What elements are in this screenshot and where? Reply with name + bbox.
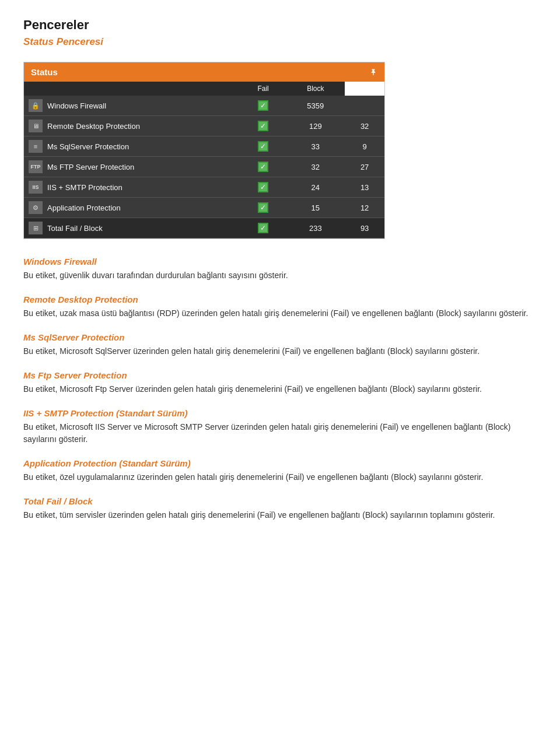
row-fail-cell: 33 [286, 136, 345, 157]
col-header-fail: Fail [240, 82, 286, 96]
section-title: Ms Ftp Server Protection [23, 370, 537, 380]
row-check-cell: ✓ [240, 198, 286, 218]
row-check-cell: ✓ [240, 218, 286, 239]
row-fail-cell: 5359 [286, 96, 345, 116]
section-2: Ms SqlServer ProtectionBu etiket, Micros… [23, 332, 537, 357]
table-row: ≡Ms SqlServer Protection✓339 [24, 136, 384, 157]
section-body: Bu etiket, Microsoft IIS Server ve Micro… [23, 421, 537, 446]
section-body: Bu etiket, Microsoft Ftp Server üzerinde… [23, 383, 537, 395]
section-6: Total Fail / BlockBu etiket, tüm servisl… [23, 496, 537, 521]
row-block-cell: 12 [345, 198, 384, 218]
row-label-cell: ⚙Application Protection [24, 198, 240, 218]
section-title: Windows Firewall [23, 257, 537, 266]
firewall-icon: 🔒 [29, 99, 43, 112]
row-name: Total Fail / Block [47, 224, 103, 233]
checkmark-icon: ✓ [258, 100, 268, 111]
section-title: Application Protection (Standart Sürüm) [23, 458, 537, 468]
checkmark-icon: ✓ [258, 223, 268, 233]
status-table: Fail Block 🔒Windows Firewall✓5359🖥Remote… [24, 82, 384, 239]
row-check-cell: ✓ [240, 116, 286, 136]
section-0: Windows FirewallBu etiket, güvenlik duva… [23, 257, 537, 282]
row-block-cell: 13 [345, 177, 384, 198]
row-name: Application Protection [47, 204, 121, 212]
row-fail-cell: 15 [286, 198, 345, 218]
row-name: IIS + SMTP Protection [47, 183, 123, 192]
row-fail-cell: 129 [286, 116, 345, 136]
sql-icon: ≡ [29, 140, 43, 153]
table-row: 🖥Remote Desktop Protection✓12932 [24, 116, 384, 136]
row-label-cell: ⊞Total Fail / Block [24, 218, 240, 239]
table-row: ⊞Total Fail / Block✓23393 [24, 218, 384, 239]
checkmark-icon: ✓ [258, 121, 268, 131]
row-block-cell: 27 [345, 157, 384, 177]
row-check-cell: ✓ [240, 96, 286, 116]
iis-icon: IIS [29, 181, 43, 194]
row-check-cell: ✓ [240, 177, 286, 198]
status-window: Status 🖈 Fail Block 🔒Windows Firewall✓53… [23, 62, 385, 239]
row-block-cell [345, 96, 384, 116]
section-1: Remote Desktop ProtectionBu etiket, uzak… [23, 294, 537, 320]
status-header-title: Status [31, 67, 58, 77]
section-body: Bu etiket, özel uygulamalarınız üzerinde… [23, 471, 537, 483]
row-label-cell: 🖥Remote Desktop Protection [24, 116, 240, 136]
section-3: Ms Ftp Server ProtectionBu etiket, Micro… [23, 370, 537, 395]
section-4: IIS + SMTP Protection (Standart Sürüm)Bu… [23, 408, 537, 446]
row-check-cell: ✓ [240, 136, 286, 157]
row-name: Windows Firewall [47, 101, 106, 110]
status-header: Status 🖈 [24, 62, 384, 82]
table-row: FTPMs FTP Server Protection✓3227 [24, 157, 384, 177]
section-body: Bu etiket, Microsoft SqlServer üzerinden… [23, 345, 537, 357]
table-row: IISIIS + SMTP Protection✓2413 [24, 177, 384, 198]
section-title: Remote Desktop Protection [23, 294, 537, 304]
page-subtitle: Status Penceresi [23, 36, 537, 48]
pin-icon: 🖈 [369, 68, 377, 77]
section-5: Application Protection (Standart Sürüm)B… [23, 458, 537, 483]
gear-icon: ⚙ [29, 201, 43, 214]
section-body: Bu etiket, güvenlik duvarı tarafından du… [23, 269, 537, 282]
section-body: Bu etiket, uzak masa üstü bağlantısı (RD… [23, 307, 537, 320]
table-header-row: Fail Block [24, 82, 384, 96]
row-fail-cell: 233 [286, 218, 345, 239]
ftp-icon: FTP [29, 160, 43, 173]
sections-container: Windows FirewallBu etiket, güvenlik duva… [23, 257, 537, 521]
row-name: Ms FTP Server Protection [47, 163, 134, 171]
page-title: Pencereler [23, 17, 537, 33]
checkmark-icon: ✓ [258, 141, 268, 152]
row-check-cell: ✓ [240, 157, 286, 177]
section-title: IIS + SMTP Protection (Standart Sürüm) [23, 408, 537, 418]
section-body: Bu etiket, tüm servisler üzerinden gelen… [23, 509, 537, 521]
checkmark-icon: ✓ [258, 182, 268, 192]
row-fail-cell: 32 [286, 157, 345, 177]
col-header-name [24, 82, 240, 96]
checkmark-icon: ✓ [258, 202, 268, 213]
section-title: Total Fail / Block [23, 496, 537, 506]
row-label-cell: IISIIS + SMTP Protection [24, 177, 240, 198]
row-block-cell: 93 [345, 218, 384, 239]
checkmark-icon: ✓ [258, 162, 268, 172]
row-label-cell: ≡Ms SqlServer Protection [24, 136, 240, 157]
col-header-block: Block [286, 82, 345, 96]
table-row: 🔒Windows Firewall✓5359 [24, 96, 384, 116]
row-block-cell: 32 [345, 116, 384, 136]
row-name: Ms SqlServer Protection [47, 142, 129, 151]
table-row: ⚙Application Protection✓1512 [24, 198, 384, 218]
row-name: Remote Desktop Protection [47, 122, 140, 131]
desktop-icon: 🖥 [29, 120, 43, 132]
section-title: Ms SqlServer Protection [23, 332, 537, 342]
grid-icon: ⊞ [29, 222, 43, 234]
row-block-cell: 9 [345, 136, 384, 157]
row-label-cell: FTPMs FTP Server Protection [24, 157, 240, 177]
row-label-cell: 🔒Windows Firewall [24, 96, 240, 116]
row-fail-cell: 24 [286, 177, 345, 198]
